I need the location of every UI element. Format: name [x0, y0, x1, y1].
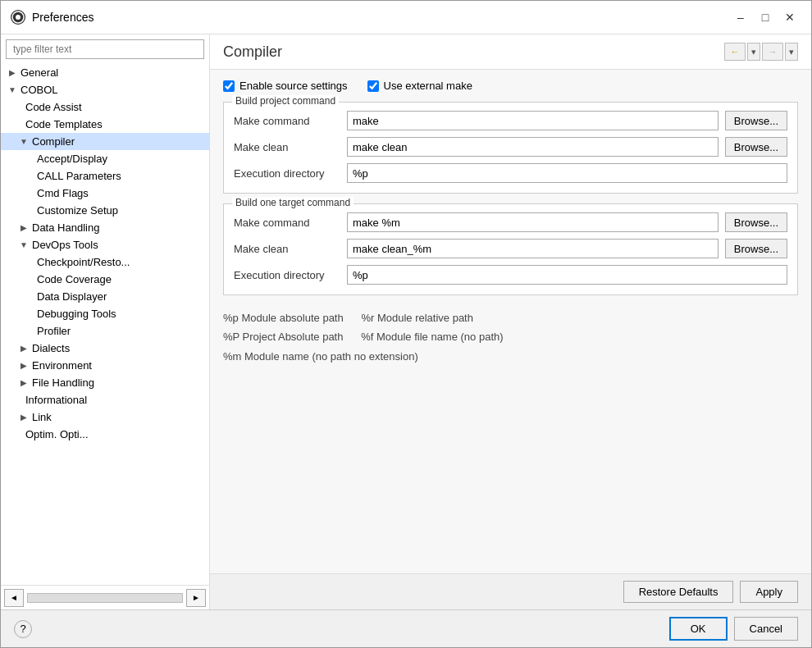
enable-source-label: Enable source settings [239, 80, 348, 92]
scrollbar-track[interactable] [27, 593, 183, 603]
back-button[interactable]: ← [724, 43, 746, 61]
scroll-left-button[interactable]: ◄ [4, 589, 24, 607]
right-panel: Compiler ← ▾ → ▾ Enable source settings [210, 34, 811, 609]
enable-source-checkbox[interactable] [223, 80, 235, 92]
sidebar-item-data-displayer[interactable]: Data Displayer [1, 288, 209, 305]
panel-header: Compiler ← ▾ → ▾ [210, 34, 811, 70]
cancel-button[interactable]: Cancel [734, 617, 798, 641]
restore-defaults-button[interactable]: Restore Defaults [623, 581, 734, 603]
arrow-icon: ▼ [19, 240, 29, 250]
build-one-target-content: Make command Browse... Make clean Browse… [234, 212, 787, 285]
sidebar-item-label: Profiler [37, 325, 71, 337]
maximize-button[interactable]: □ [754, 7, 777, 27]
sidebar-item-label: CALL Parameters [37, 170, 121, 182]
sidebar-item-data-handling[interactable]: ▶ Data Handling [1, 219, 209, 236]
sidebar-item-code-coverage[interactable]: Code Coverage [1, 271, 209, 288]
build-project-title: Build project command [232, 95, 339, 107]
dialog-footer: ? OK Cancel [1, 609, 811, 647]
sidebar-item-label: Dialects [32, 342, 70, 354]
help-button[interactable]: ? [14, 620, 32, 638]
sidebar-item-label: Data Displayer [37, 290, 107, 303]
sidebar-item-profiler[interactable]: Profiler [1, 322, 209, 340]
close-button[interactable]: ✕ [778, 7, 801, 27]
forward-button[interactable]: → [762, 43, 783, 61]
apply-button[interactable]: Apply [740, 581, 798, 603]
build-project-make-command-browse-button[interactable]: Browse... [725, 111, 787, 130]
sidebar-item-checkpoint-restore[interactable]: Checkpoint/Resto... [1, 253, 209, 271]
sidebar-item-label: Cmd Flags [37, 187, 89, 199]
sidebar-item-label: Informational [25, 394, 87, 406]
sidebar-item-label: COBOL [21, 84, 58, 96]
sidebar-item-code-assist[interactable]: Code Assist [1, 98, 209, 116]
sidebar-scrollbar: ◄ ► [1, 585, 209, 609]
sidebar-item-cobol[interactable]: ▼ COBOL [1, 81, 209, 98]
forward-dropdown-button[interactable]: ▾ [785, 43, 798, 61]
info-line-2: %P Project Absolute path %f Module file … [223, 327, 798, 346]
sidebar-item-label: DevOps Tools [32, 239, 98, 251]
use-external-make-checkbox-label[interactable]: Use external make [367, 80, 472, 92]
sidebar-item-label: File Handling [32, 376, 94, 389]
sidebar-item-environment[interactable]: ▶ Environment [1, 357, 209, 374]
sidebar-item-informational[interactable]: Informational [1, 391, 209, 408]
titlebar: Preferences – □ ✕ [1, 1, 811, 34]
arrow-icon: ▶ [19, 361, 29, 371]
execution-directory-label-2: Execution directory [234, 269, 340, 281]
sidebar-item-general[interactable]: ▶ General [1, 64, 209, 81]
execution-directory-label: Execution directory [234, 167, 340, 180]
info-line-1: %p Module absolute path %r Module relati… [223, 308, 798, 327]
ok-button[interactable]: OK [669, 617, 728, 641]
build-project-exec-dir-input[interactable] [347, 163, 787, 183]
sidebar-item-optim-options[interactable]: Optim. Opti... [1, 426, 209, 443]
sidebar-item-label: Code Assist [25, 101, 82, 113]
make-command-label: Make command [234, 115, 340, 127]
panel-title: Compiler [223, 43, 282, 61]
sidebar-item-call-parameters[interactable]: CALL Parameters [1, 167, 209, 185]
build-one-target-make-clean-input[interactable] [347, 239, 718, 258]
sidebar-item-customize-setup[interactable]: Customize Setup [1, 202, 209, 219]
sidebar-item-label: Accept/Display [37, 153, 107, 165]
build-one-target-exec-dir-input[interactable] [347, 265, 787, 285]
build-one-target-title: Build one target command [232, 197, 354, 208]
build-one-target-make-command-row: Make command Browse... [234, 212, 787, 232]
sidebar-item-devops-tools[interactable]: ▼ DevOps Tools [1, 236, 209, 253]
build-project-make-clean-browse-button[interactable]: Browse... [725, 137, 787, 157]
filter-input[interactable] [6, 39, 204, 59]
panel-footer: Restore Defaults Apply [210, 573, 811, 609]
arrow-icon: ▼ [7, 85, 17, 95]
sidebar-item-file-handling[interactable]: ▶ File Handling [1, 374, 209, 391]
sidebar-item-label: Code Templates [25, 118, 103, 130]
svg-point-1 [16, 15, 21, 20]
arrow-icon: ▶ [19, 223, 29, 233]
sidebar-item-code-templates[interactable]: Code Templates [1, 116, 209, 133]
sidebar-item-link[interactable]: ▶ Link [1, 408, 209, 426]
back-dropdown-button[interactable]: ▾ [747, 43, 760, 61]
build-project-make-clean-input[interactable] [347, 137, 718, 157]
tree-container: ▶ General ▼ COBOL Code Assist Code Templ… [1, 64, 209, 585]
build-one-target-make-command-input[interactable] [347, 212, 718, 232]
build-project-exec-dir-row: Execution directory [234, 163, 787, 183]
enable-source-checkbox-label[interactable]: Enable source settings [223, 80, 348, 92]
sidebar-item-label: Link [32, 411, 52, 423]
make-clean-label: Make clean [234, 141, 340, 153]
enable-row: Enable source settings Use external make [223, 80, 798, 92]
arrow-icon: ▶ [19, 344, 29, 354]
minimize-button[interactable]: – [729, 7, 752, 27]
build-project-make-command-input[interactable] [347, 111, 718, 130]
sidebar-item-label: Code Coverage [37, 273, 112, 285]
sidebar-item-label: Customize Setup [37, 204, 118, 217]
build-one-target-make-clean-row: Make clean Browse... [234, 239, 787, 258]
use-external-make-checkbox[interactable] [367, 80, 379, 92]
sidebar-item-cmd-flags[interactable]: Cmd Flags [1, 185, 209, 202]
build-one-target-make-command-browse-button[interactable]: Browse... [725, 212, 787, 232]
sidebar-item-accept-display[interactable]: Accept/Display [1, 150, 209, 167]
sidebar-item-label: Checkpoint/Resto... [37, 256, 130, 268]
sidebar-item-debugging-tools[interactable]: Debugging Tools [1, 305, 209, 322]
scroll-right-button[interactable]: ► [186, 589, 206, 607]
main-content: ▶ General ▼ COBOL Code Assist Code Templ… [1, 34, 811, 609]
sidebar-item-compiler[interactable]: ▼ Compiler [1, 133, 209, 150]
sidebar-item-dialects[interactable]: ▶ Dialects [1, 340, 209, 357]
info-text: %p Module absolute path %r Module relati… [223, 308, 798, 366]
build-one-target-make-clean-browse-button[interactable]: Browse... [725, 239, 787, 258]
use-external-make-label: Use external make [384, 80, 472, 92]
build-one-target-group: Build one target command Make command Br… [223, 203, 798, 295]
